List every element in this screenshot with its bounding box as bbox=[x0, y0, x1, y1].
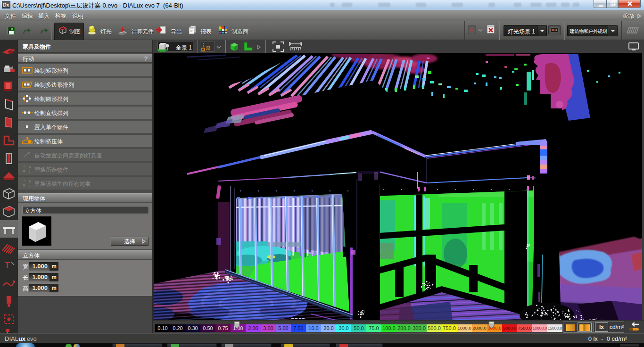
svg-text:T: T bbox=[5, 261, 10, 270]
